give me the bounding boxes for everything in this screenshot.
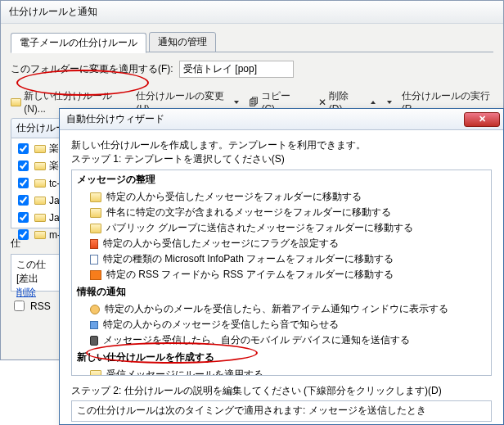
template-list: メッセージの整理 特定の人から受信したメッセージをフォルダーに移動する 件名に特… <box>71 170 492 376</box>
envelope-icon <box>90 192 101 202</box>
template-rss-move[interactable]: 特定の RSS フィードから RSS アイテムをフォルダーに移動する <box>72 267 491 283</box>
tab-email-rules[interactable]: 電子メールの仕分けルール <box>11 33 146 53</box>
template-label: 特定の人からのメッセージを受信したら音で知らせる <box>103 318 339 332</box>
template-alert-window[interactable]: 特定の人からのメールを受信したら、新着アイテム通知ウィンドウに表示する <box>72 301 491 317</box>
close-button[interactable]: ✕ <box>464 112 500 127</box>
template-apply-on-receive[interactable]: 受信メッセージにルールを適用する <box>72 367 491 376</box>
chevron-up-icon <box>371 101 376 104</box>
template-label: パブリック グループに送信されたメッセージをフォルダーに移動する <box>106 221 413 235</box>
tab-manage-alerts[interactable]: 通知の管理 <box>149 32 216 52</box>
copy-icon: 🗐 <box>249 97 259 108</box>
speaker-icon <box>90 321 98 329</box>
template-label: 受信メッセージにルールを適用する <box>106 368 263 376</box>
template-mobile-alert[interactable]: メッセージを受信したら、自分のモバイル デバイスに通知を送信する <box>72 332 491 348</box>
template-label: 件名に特定の文字が含まれるメッセージをフォルダーに移動する <box>106 206 391 219</box>
envelope-icon <box>34 197 46 205</box>
rule-checkbox[interactable] <box>18 143 29 154</box>
template-label: 特定の種類の Microsoft InfoPath フォームをフォルダーに移動す… <box>103 252 394 266</box>
step2-label: ステップ 2: 仕分けルールの説明を編集してください (下線部分をクリックします… <box>71 384 492 398</box>
wizard-intro: 新しい仕分けルールを作成します。テンプレートを利用できます。 <box>71 138 492 152</box>
template-infopath-form[interactable]: 特定の種類の Microsoft InfoPath フォームをフォルダーに移動す… <box>72 251 491 267</box>
template-label: 特定の人からのメールを受信したら、新着アイテム通知ウィンドウに表示する <box>105 302 448 316</box>
rule-checkbox[interactable] <box>18 212 29 223</box>
move-up-button[interactable] <box>369 101 376 104</box>
envelope-icon <box>90 224 101 233</box>
envelope-icon <box>90 370 101 377</box>
chevron-down-icon <box>387 101 392 104</box>
group-notify: 情報の通知 <box>72 283 491 301</box>
template-flag-from-person[interactable]: 特定の人から受信したメッセージにフラグを設定する <box>72 236 491 251</box>
wizard-titlebar: 自動仕分けウィザード ✕ <box>60 109 503 130</box>
close-icon: ✕ <box>479 114 486 124</box>
template-label: 特定の人から受信したメッセージをフォルダーに移動する <box>106 190 362 204</box>
envelope-icon <box>90 208 101 218</box>
chevron-down-icon <box>234 101 239 104</box>
envelope-icon <box>34 231 46 239</box>
rule-checkbox[interactable] <box>18 178 29 188</box>
move-down-button[interactable] <box>385 101 392 104</box>
window-title: 仕分けルールと通知 <box>1 1 503 24</box>
wizard-body: 新しい仕分けルールを作成します。テンプレートを利用できます。 ステップ 1: テ… <box>60 130 503 425</box>
apply-folder-label: このフォルダーに変更を適用する(F): <box>11 63 173 75</box>
apply-folder-select[interactable]: 受信トレイ [pop] <box>179 61 294 78</box>
wizard-title: 自動仕分けウィザード <box>66 112 164 126</box>
flag-icon <box>90 239 98 249</box>
step2-description-text: この仕分けルールは次のタイミングで適用されます: メッセージを送信したとき <box>77 405 426 416</box>
tab-strip: 電子メールの仕分けルール 通知の管理 <box>11 32 493 52</box>
envelope-icon <box>34 145 46 153</box>
step2-description-box: この仕分けルールは次のタイミングで適用されます: メッセージを送信したとき <box>71 400 492 422</box>
template-label: メッセージを受信したら、自分のモバイル デバイスに通知を送信する <box>103 333 410 347</box>
rule-checkbox[interactable] <box>18 195 29 206</box>
rss-checkbox[interactable] <box>14 301 25 311</box>
user-icon <box>90 305 100 314</box>
rule-label: 楽 <box>49 142 59 156</box>
template-move-public-group[interactable]: パブリック グループに送信されたメッセージをフォルダーに移動する <box>72 220 491 236</box>
step1-label: ステップ 1: テンプレートを選択してください(S) <box>71 152 492 166</box>
template-label: 特定の RSS フィードから RSS アイテムをフォルダーに移動する <box>106 268 394 282</box>
envelope-icon <box>34 179 46 188</box>
document-icon <box>90 255 98 264</box>
group-organize: メッセージの整理 <box>72 170 491 189</box>
rss-icon <box>90 270 101 280</box>
rss-label: RSS <box>30 301 51 312</box>
template-move-by-subject[interactable]: 件名に特定の文字が含まれるメッセージをフォルダーに移動する <box>72 205 491 220</box>
template-move-from-person[interactable]: 特定の人から受信したメッセージをフォルダーに移動する <box>72 189 491 205</box>
group-create: 新しい仕分けルールを作成する <box>72 348 491 367</box>
envelope-icon <box>34 162 46 170</box>
rules-wizard-window: 自動仕分けウィザード ✕ 新しい仕分けルールを作成します。テンプレートを利用でき… <box>59 108 504 425</box>
mobile-icon <box>90 336 98 346</box>
template-play-sound[interactable]: 特定の人からのメッセージを受信したら音で知らせる <box>72 317 491 332</box>
new-rule-icon <box>11 98 21 106</box>
envelope-icon <box>34 214 46 222</box>
apply-folder-row: このフォルダーに変更を適用する(F): 受信トレイ [pop] <box>11 61 493 78</box>
template-label: 特定の人から受信したメッセージにフラグを設定する <box>103 237 339 251</box>
rule-checkbox[interactable] <box>18 161 29 171</box>
delete-icon: ✕ <box>318 97 326 108</box>
rule-label: 楽 <box>49 159 59 173</box>
rule-description-link[interactable]: 削除 <box>16 287 36 298</box>
